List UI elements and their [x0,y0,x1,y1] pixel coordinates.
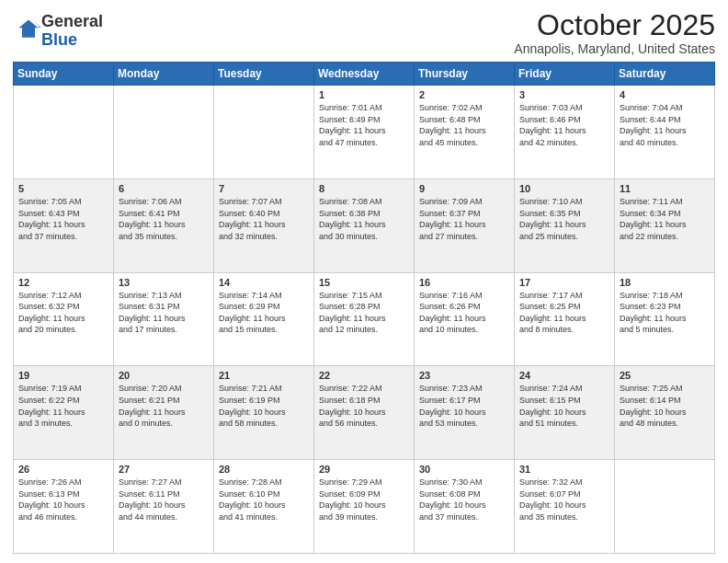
logo-general-text: General [41,12,103,30]
calendar-week-row: 19Sunrise: 7:19 AM Sunset: 6:22 PM Dayli… [14,366,715,460]
calendar-header-row: Sunday Monday Tuesday Wednesday Thursday… [14,63,715,86]
calendar-cell: 8Sunrise: 7:08 AM Sunset: 6:38 PM Daylig… [314,178,415,272]
calendar-cell [114,86,214,179]
day-number: 20 [119,370,209,381]
day-info: Sunrise: 7:17 AM Sunset: 6:25 PM Dayligh… [519,290,609,336]
col-tuesday: Tuesday [214,63,314,86]
day-number: 10 [519,183,609,194]
calendar-table: Sunday Monday Tuesday Wednesday Thursday… [13,62,715,554]
day-info: Sunrise: 7:22 AM Sunset: 6:18 PM Dayligh… [319,383,409,429]
day-number: 18 [620,277,710,288]
day-info: Sunrise: 7:27 AM Sunset: 6:11 PM Dayligh… [119,477,209,523]
day-number: 6 [119,183,209,194]
day-number: 13 [119,277,209,288]
title-area: October 2025 Annapolis, Maryland, United… [514,9,715,56]
location-subtitle: Annapolis, Maryland, United States [514,41,715,56]
calendar-cell: 12Sunrise: 7:12 AM Sunset: 6:32 PM Dayli… [14,272,114,366]
calendar-week-row: 12Sunrise: 7:12 AM Sunset: 6:32 PM Dayli… [14,272,715,366]
day-info: Sunrise: 7:01 AM Sunset: 6:49 PM Dayligh… [319,102,409,148]
calendar-cell: 7Sunrise: 7:07 AM Sunset: 6:40 PM Daylig… [214,178,314,272]
day-info: Sunrise: 7:30 AM Sunset: 6:08 PM Dayligh… [419,477,509,523]
calendar-week-row: 26Sunrise: 7:26 AM Sunset: 6:13 PM Dayli… [14,460,715,554]
day-number: 27 [119,464,209,475]
day-info: Sunrise: 7:21 AM Sunset: 6:19 PM Dayligh… [219,383,309,429]
day-number: 4 [620,89,710,100]
col-friday: Friday [515,63,615,86]
day-info: Sunrise: 7:28 AM Sunset: 6:10 PM Dayligh… [219,477,309,523]
day-number: 14 [219,277,309,288]
calendar-cell: 21Sunrise: 7:21 AM Sunset: 6:19 PM Dayli… [214,366,314,460]
calendar-cell [214,86,314,179]
day-number: 17 [519,277,609,288]
day-number: 29 [319,464,409,475]
day-info: Sunrise: 7:02 AM Sunset: 6:48 PM Dayligh… [419,102,509,148]
day-info: Sunrise: 7:15 AM Sunset: 6:28 PM Dayligh… [319,290,409,336]
day-info: Sunrise: 7:13 AM Sunset: 6:31 PM Dayligh… [119,290,209,336]
calendar-cell: 17Sunrise: 7:17 AM Sunset: 6:25 PM Dayli… [515,272,615,366]
calendar-cell: 27Sunrise: 7:27 AM Sunset: 6:11 PM Dayli… [114,460,214,554]
day-info: Sunrise: 7:25 AM Sunset: 6:14 PM Dayligh… [620,383,710,429]
day-number: 24 [519,370,609,381]
day-number: 12 [18,277,108,288]
calendar-cell: 4Sunrise: 7:04 AM Sunset: 6:44 PM Daylig… [615,86,715,179]
day-info: Sunrise: 7:07 AM Sunset: 6:40 PM Dayligh… [219,196,309,242]
day-number: 3 [519,89,609,100]
calendar-cell: 16Sunrise: 7:16 AM Sunset: 6:26 PM Dayli… [415,272,515,366]
calendar-cell: 29Sunrise: 7:29 AM Sunset: 6:09 PM Dayli… [314,460,415,554]
day-info: Sunrise: 7:05 AM Sunset: 6:43 PM Dayligh… [18,196,108,242]
day-number: 16 [419,277,509,288]
day-number: 21 [219,370,309,381]
day-number: 25 [620,370,710,381]
calendar-cell: 9Sunrise: 7:09 AM Sunset: 6:37 PM Daylig… [415,178,515,272]
day-number: 19 [18,370,108,381]
calendar-cell: 28Sunrise: 7:28 AM Sunset: 6:10 PM Dayli… [214,460,314,554]
calendar-cell: 11Sunrise: 7:11 AM Sunset: 6:34 PM Dayli… [615,178,715,272]
calendar-cell: 10Sunrise: 7:10 AM Sunset: 6:35 PM Dayli… [515,178,615,272]
day-info: Sunrise: 7:23 AM Sunset: 6:17 PM Dayligh… [419,383,509,429]
day-number: 15 [319,277,409,288]
day-number: 9 [419,183,509,194]
calendar-cell: 31Sunrise: 7:32 AM Sunset: 6:07 PM Dayli… [515,460,615,554]
day-info: Sunrise: 7:20 AM Sunset: 6:21 PM Dayligh… [119,383,209,429]
calendar-cell [14,86,114,179]
calendar-cell: 22Sunrise: 7:22 AM Sunset: 6:18 PM Dayli… [314,366,415,460]
day-info: Sunrise: 7:04 AM Sunset: 6:44 PM Dayligh… [620,102,710,148]
day-number: 8 [319,183,409,194]
day-info: Sunrise: 7:29 AM Sunset: 6:09 PM Dayligh… [319,477,409,523]
day-info: Sunrise: 7:03 AM Sunset: 6:46 PM Dayligh… [519,102,609,148]
calendar-cell: 20Sunrise: 7:20 AM Sunset: 6:21 PM Dayli… [114,366,214,460]
day-number: 5 [18,183,108,194]
day-info: Sunrise: 7:19 AM Sunset: 6:22 PM Dayligh… [18,383,108,429]
day-number: 26 [18,464,108,475]
calendar-cell: 13Sunrise: 7:13 AM Sunset: 6:31 PM Dayli… [114,272,214,366]
logo: General Blue [13,13,103,50]
day-info: Sunrise: 7:09 AM Sunset: 6:37 PM Dayligh… [419,196,509,242]
day-info: Sunrise: 7:10 AM Sunset: 6:35 PM Dayligh… [519,196,609,242]
logo-blue-text: Blue [41,30,77,49]
calendar-cell: 30Sunrise: 7:30 AM Sunset: 6:08 PM Dayli… [415,460,515,554]
day-number: 28 [219,464,309,475]
col-thursday: Thursday [415,63,515,86]
day-number: 23 [419,370,509,381]
col-saturday: Saturday [615,63,715,86]
day-number: 7 [219,183,309,194]
day-number: 30 [419,464,509,475]
logo-icon [16,17,41,42]
page: General Blue October 2025 Annapolis, Mar… [0,0,728,563]
calendar-cell: 19Sunrise: 7:19 AM Sunset: 6:22 PM Dayli… [14,366,114,460]
day-info: Sunrise: 7:26 AM Sunset: 6:13 PM Dayligh… [18,477,108,523]
calendar-cell: 18Sunrise: 7:18 AM Sunset: 6:23 PM Dayli… [615,272,715,366]
calendar-cell: 5Sunrise: 7:05 AM Sunset: 6:43 PM Daylig… [14,178,114,272]
day-number: 22 [319,370,409,381]
day-number: 11 [620,183,710,194]
calendar-week-row: 5Sunrise: 7:05 AM Sunset: 6:43 PM Daylig… [14,178,715,272]
calendar-cell: 26Sunrise: 7:26 AM Sunset: 6:13 PM Dayli… [14,460,114,554]
calendar-cell: 23Sunrise: 7:23 AM Sunset: 6:17 PM Dayli… [415,366,515,460]
calendar-cell: 1Sunrise: 7:01 AM Sunset: 6:49 PM Daylig… [314,86,415,179]
day-info: Sunrise: 7:24 AM Sunset: 6:15 PM Dayligh… [519,383,609,429]
month-title: October 2025 [514,9,715,41]
day-number: 1 [319,89,409,100]
calendar-cell: 25Sunrise: 7:25 AM Sunset: 6:14 PM Dayli… [615,366,715,460]
calendar-week-row: 1Sunrise: 7:01 AM Sunset: 6:49 PM Daylig… [14,86,715,179]
day-info: Sunrise: 7:06 AM Sunset: 6:41 PM Dayligh… [119,196,209,242]
